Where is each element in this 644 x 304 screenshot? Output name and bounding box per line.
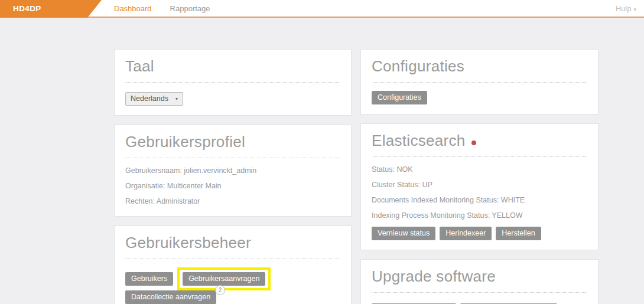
left-column: Taal Nederlands ▾ Gebruikersprofiel Gebr… [114, 49, 352, 304]
chevron-down-icon: ▾ [175, 96, 178, 102]
elasticsearch-title-text: Elasticsearch [372, 132, 466, 150]
card-gebruikersprofiel: Gebruikersprofiel Gebruikersnaam: jolien… [114, 125, 352, 217]
tab-rapportage[interactable]: Rapportage [170, 0, 210, 18]
card-taal: Taal Nederlands ▾ [114, 49, 352, 116]
es-status: Status: NOK [372, 165, 587, 174]
language-select[interactable]: Nederlands ▾ [125, 92, 183, 106]
nav-tabs: Dashboard Rapportage [114, 0, 210, 18]
gebruikersaanvragen-button[interactable]: Gebruikersaanvragen [183, 272, 265, 286]
language-select-value: Nederlands [131, 94, 168, 103]
card-gebruikersbeheer: Gebruikersbeheer Gebruikers Gebruikersaa… [114, 225, 352, 304]
right-column: Configuraties Configuraties Elasticsearc… [360, 49, 599, 304]
herstellen-button[interactable]: Herstellen [496, 227, 541, 240]
app-logo: HD4DP [0, 0, 102, 18]
profile-organisation: Organisatie: Multicenter Main [125, 182, 340, 190]
vernieuw-status-button[interactable]: Vernieuw status [372, 227, 435, 240]
profile-rights: Rechten: Administrator [125, 197, 340, 205]
card-upgrade-software: Upgrade software Test software upgrade U… [360, 259, 599, 304]
card-configuraties: Configuraties Configuraties [360, 49, 599, 115]
card-taal-title: Taal [125, 57, 340, 83]
help-menu-label: Hulp [616, 4, 632, 13]
card-upgrade-software-title: Upgrade software [372, 267, 587, 293]
profile-username: Gebruikersnaam: jolien.vervinckt_admin [125, 166, 340, 175]
configuraties-buttons: Configuraties [372, 91, 587, 104]
card-elasticsearch: Elasticsearch Status: NOK Cluster Status… [360, 123, 599, 250]
card-configuraties-title: Configuraties [372, 57, 587, 83]
top-navbar: HD4DP Dashboard Rapportage Hulp▾ [0, 0, 644, 18]
card-elasticsearch-title: Elasticsearch [372, 132, 587, 157]
dashboard-page: HD4DP Dashboard Rapportage Hulp▾ Taal Ne… [0, 0, 644, 304]
help-menu[interactable]: Hulp▾ [616, 0, 636, 18]
dashboard-content: Taal Nederlands ▾ Gebruikersprofiel Gebr… [0, 18, 644, 304]
gebruikers-button[interactable]: Gebruikers [125, 272, 173, 286]
datacollectie-aanvragen-button[interactable]: Datacollectie aanvragen [125, 290, 216, 304]
datacollectie-button-wrap: Datacollectie aanvragen 2 [125, 290, 220, 304]
elasticsearch-buttons: Vernieuw status Herindexeer Herstellen [372, 227, 587, 240]
configuraties-button[interactable]: Configuraties [372, 91, 427, 104]
es-documents-indexed-status: Documents Indexed Monitoring Status: WHI… [372, 196, 587, 204]
gebruikersbeheer-buttons: Gebruikers Gebruikersaanvragen Datacolle… [125, 267, 340, 304]
tab-dashboard[interactable]: Dashboard [114, 0, 152, 18]
es-indexing-process-status: Indexing Process Monitoring Status: YELL… [372, 211, 587, 220]
es-cluster-status: Cluster Status: UP [372, 181, 587, 189]
herindexeer-button[interactable]: Herindexeer [440, 227, 492, 240]
datacollectie-count-badge: 2 [215, 285, 225, 295]
card-gebruikersprofiel-title: Gebruikersprofiel [125, 133, 340, 158]
caret-down-icon: ▾ [633, 6, 636, 12]
status-dot-icon [471, 140, 476, 145]
card-gebruikersbeheer-title: Gebruikersbeheer [125, 234, 340, 259]
